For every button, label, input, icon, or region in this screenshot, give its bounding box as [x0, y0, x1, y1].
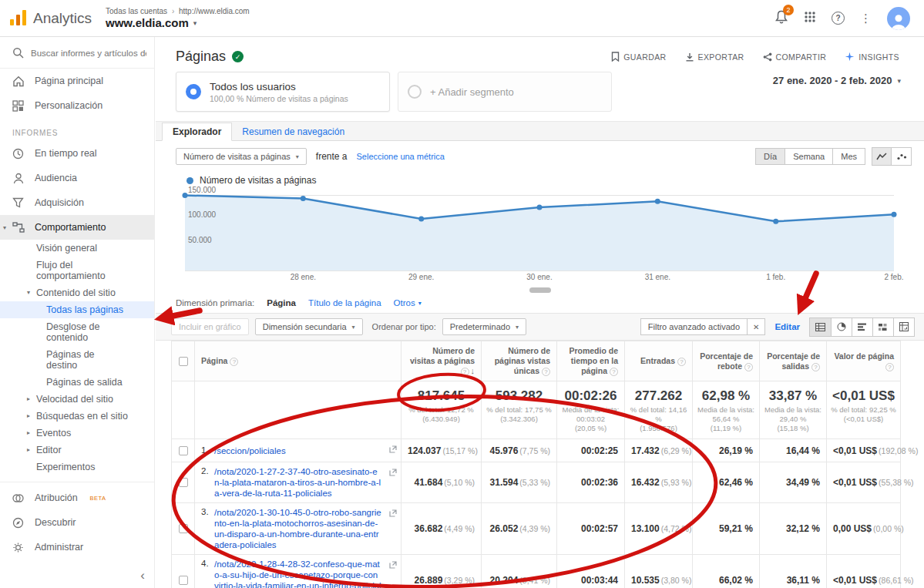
metric-dropdown[interactable]: Número de visitas a páginas ▾ [176, 148, 307, 165]
share-button[interactable]: COMPARTIR [763, 52, 827, 62]
col-header-pageviews[interactable]: Número de visitas a páginas [410, 346, 475, 365]
summary-pageviews: 817.645 [405, 388, 477, 404]
analytics-logo-icon [9, 10, 28, 26]
sidebar-item-audience[interactable]: Audiencia [0, 166, 154, 190]
segment-all-users[interactable]: Todos los usuarios 100,00 % Número de vi… [176, 72, 390, 112]
table-view-button[interactable] [810, 318, 831, 336]
sidebar-item-behavior-flow[interactable]: Flujo del comportamiento [0, 257, 154, 284]
cell-pct: (55,38 %) [879, 478, 914, 487]
sort-type-dropdown[interactable]: Predeterminado ▾ [442, 318, 526, 335]
table-header-row: Página? Número de visitas a páginas?↓ Nú… [172, 341, 901, 381]
col-header-entrances[interactable]: Entradas [640, 356, 675, 365]
table-row: 2./nota/2020-1-27-2-37-40-otro-asesinato… [172, 462, 901, 503]
breadcrumb-accounts[interactable]: Todas las cuentas [106, 7, 167, 15]
insights-label: INSIGHTS [858, 52, 899, 62]
performance-view-button[interactable] [852, 318, 872, 336]
dimension-otros-dropdown[interactable]: Otros ▾ [394, 298, 422, 307]
tab-resumen-navegacion[interactable]: Resumen de navegación [232, 123, 354, 140]
percentage-view-button[interactable] [831, 318, 852, 336]
summary-sub: (11,19 %) [697, 424, 755, 433]
pivot-view-button[interactable] [893, 318, 914, 336]
plot-rows-button[interactable]: Incluir en gráfico [171, 318, 249, 335]
dimension-titulo-pagina[interactable]: Título de la página [308, 298, 381, 307]
sidebar-item-behavior-overview[interactable]: Visión general [0, 240, 154, 257]
tab-explorador[interactable]: Explorador [162, 123, 232, 141]
help-button[interactable]: ? [832, 12, 845, 25]
sidebar-item-acquisition[interactable]: Adquisición [0, 190, 154, 215]
sidebar-item-home[interactable]: Página principal [0, 69, 154, 93]
sidebar-section-informes: INFORMES [0, 118, 154, 141]
granularity-month-button[interactable]: Mes [833, 148, 865, 165]
sidebar-item-publisher[interactable]: ▸ Editor [0, 442, 154, 459]
remove-filter-button[interactable]: ✕ [747, 319, 764, 334]
sidebar-item-events[interactable]: ▸ Eventos [0, 425, 154, 442]
dimension-pagina[interactable]: Página [267, 298, 296, 307]
edit-filter-link[interactable]: Editar [774, 322, 800, 331]
analytics-home-link[interactable]: Analytics [0, 10, 106, 27]
kebab-menu-button[interactable]: ⋮ [860, 12, 872, 25]
help-icon: ? [677, 358, 686, 366]
search-input[interactable] [31, 49, 146, 58]
breadcrumb-property-url[interactable]: http://www.eldia.com [179, 7, 250, 15]
date-range-picker[interactable]: 27 ene. 2020 - 2 feb. 2020 ▾ [773, 75, 901, 86]
page-link[interactable]: /nota/2020-1-27-2-37-40-otro-asesinato-e… [214, 466, 381, 499]
comparison-icon [879, 323, 888, 331]
notifications-button[interactable]: 2 [774, 9, 788, 27]
select-all-checkbox[interactable] [179, 357, 188, 366]
sidebar-item-admin[interactable]: Administrar [0, 535, 154, 559]
granularity-week-button[interactable]: Semana [785, 148, 833, 165]
open-in-new-icon[interactable] [389, 509, 397, 519]
trend-chart[interactable]: 50.000100.000150.000 28 ene.29 ene.30 en… [185, 190, 895, 286]
secondary-dimension-dropdown[interactable]: Dimensión secundaria ▾ [255, 318, 363, 335]
sidebar-item-site-content[interactable]: ▾ Contenido del sitio [0, 284, 154, 301]
motion-chart-toggle[interactable] [892, 147, 912, 166]
open-in-new-icon[interactable] [389, 560, 397, 571]
sidebar-item-experiments[interactable]: Experimentos [0, 459, 154, 475]
cell-pageviews: 124.037 [408, 445, 441, 456]
export-button[interactable]: EXPORTAR [685, 52, 744, 62]
col-header-pagina[interactable]: Página [201, 356, 227, 365]
row-checkbox[interactable] [179, 524, 188, 533]
avatar[interactable] [887, 7, 910, 30]
open-in-new-icon[interactable] [389, 445, 397, 455]
download-icon [685, 52, 694, 62]
page-link[interactable]: /nota/2020-1-30-10-45-0-otro-robo-sangri… [214, 507, 381, 550]
sidebar-search[interactable] [0, 37, 154, 69]
property-selector[interactable]: www.eldia.com ▾ [106, 16, 250, 29]
row-checkbox[interactable] [179, 446, 188, 455]
line-chart-toggle[interactable] [872, 147, 892, 166]
apps-grid-button[interactable] [804, 11, 816, 25]
page-link[interactable]: /seccion/policiales [214, 445, 381, 456]
summary-sub: % del total: 17,75 % [486, 405, 553, 415]
sidebar-item-realtime[interactable]: En tiempo real [0, 141, 154, 166]
row-checkbox[interactable] [179, 478, 188, 487]
topbar-actions: 2 ? ⋮ [774, 7, 924, 30]
sidebar-item-discover[interactable]: Descubrir [0, 510, 154, 535]
granularity-day-button[interactable]: Día [755, 148, 785, 165]
collapse-sidebar-button[interactable]: ‹ [140, 568, 145, 583]
sidebar-item-behavior[interactable]: ▾ Comportamiento [0, 215, 154, 240]
open-in-new-icon[interactable] [389, 468, 397, 479]
sidebar-item-all-pages[interactable]: Todas las páginas [0, 301, 154, 318]
add-segment-button[interactable]: + Añadir segmento [398, 72, 612, 112]
sidebar-item-customization[interactable]: Personalización [0, 93, 154, 118]
page-link[interactable]: /nota/2020-1-28-4-28-32-confeso-que-mato… [214, 559, 381, 588]
sidebar-item-site-speed[interactable]: ▸ Velocidad del sitio [0, 391, 154, 408]
comparison-view-button[interactable] [872, 318, 893, 336]
cell-pct: (6,29 %) [661, 446, 692, 455]
sidebar-item-exit-pages[interactable]: Páginas de salida [0, 374, 154, 391]
cell-unique: 20.204 [490, 575, 519, 586]
sidebar-item-landing-pages[interactable]: Páginas de destino [0, 346, 154, 374]
sidebar-item-content-drilldown[interactable]: Desglose de contenido [0, 318, 154, 346]
save-button[interactable]: GUARDAR [611, 52, 666, 62]
sidebar-item-attribution[interactable]: Atribución BETA [0, 486, 154, 510]
report-header: Páginas ✓ GUARDAR EXPORTAR COMPARTIR INS… [156, 37, 924, 69]
insights-button[interactable]: INSIGHTS [845, 52, 899, 62]
row-checkbox[interactable] [179, 576, 188, 585]
segment-name: Todos los usuarios [210, 81, 348, 92]
col-header-page-value[interactable]: Valor de página [834, 351, 894, 361]
chevron-down-icon: ▾ [3, 224, 6, 231]
select-metric-link[interactable]: Seleccione una métrica [357, 152, 445, 161]
scrubber-handle[interactable] [529, 287, 551, 293]
sidebar-item-site-search[interactable]: ▸ Búsquedas en el sitio [0, 408, 154, 425]
